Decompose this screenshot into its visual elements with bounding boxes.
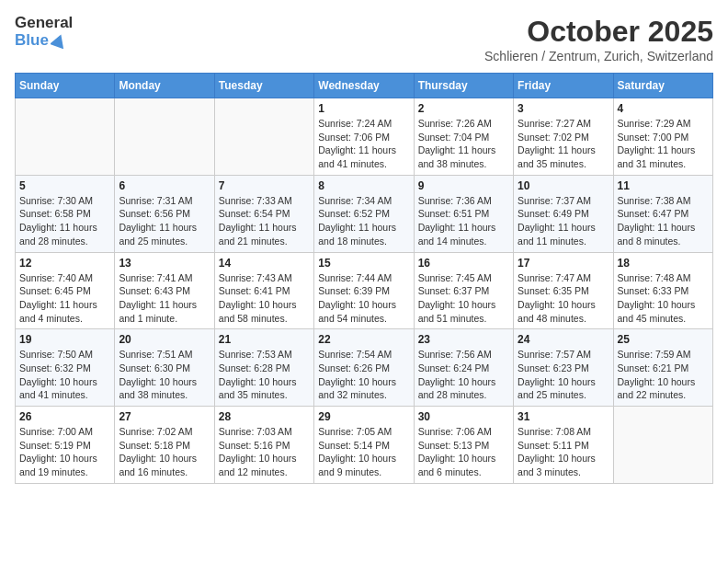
day-number: 19 [19,333,110,346]
calendar-cell: 20Sunrise: 7:51 AMSunset: 6:30 PMDayligh… [115,329,214,407]
calendar-cell: 7Sunrise: 7:33 AMSunset: 6:54 PMDaylight… [214,175,313,252]
day-number: 20 [119,333,210,346]
day-number: 23 [418,333,509,346]
day-number: 17 [518,257,609,270]
calendar-cell: 19Sunrise: 7:50 AMSunset: 6:32 PMDayligh… [16,329,115,407]
calendar-cell [613,407,712,484]
calendar-cell [115,98,214,176]
day-info: Sunrise: 7:41 AMSunset: 6:43 PMDaylight:… [119,271,210,326]
calendar-cell: 2Sunrise: 7:26 AMSunset: 7:04 PMDaylight… [414,98,513,176]
day-number: 3 [518,102,609,115]
day-info: Sunrise: 7:29 AMSunset: 7:00 PMDaylight:… [618,117,709,171]
day-info: Sunrise: 7:59 AMSunset: 6:21 PMDaylight:… [618,348,709,402]
day-number: 16 [418,257,509,270]
calendar-week-row: 1Sunrise: 7:24 AMSunset: 7:06 PMDaylight… [16,98,713,176]
calendar-cell: 14Sunrise: 7:43 AMSunset: 6:41 PMDayligh… [214,252,313,329]
logo-blue: Blue [15,32,73,50]
day-info: Sunrise: 7:03 AMSunset: 5:16 PMDaylight:… [219,425,310,479]
day-info: Sunrise: 7:00 AMSunset: 5:19 PMDaylight:… [19,425,110,479]
calendar-cell: 13Sunrise: 7:41 AMSunset: 6:43 PMDayligh… [115,252,214,329]
day-number: 26 [19,410,110,423]
day-number: 12 [19,257,110,270]
calendar-cell: 23Sunrise: 7:56 AMSunset: 6:24 PMDayligh… [414,329,513,407]
calendar-cell: 12Sunrise: 7:40 AMSunset: 6:45 PMDayligh… [16,252,115,329]
day-number: 5 [19,179,110,192]
calendar-cell [214,98,313,176]
day-number: 9 [418,179,509,192]
day-number: 7 [219,179,310,192]
calendar-cell: 27Sunrise: 7:02 AMSunset: 5:18 PMDayligh… [115,407,214,484]
day-number: 6 [119,179,210,192]
calendar-cell: 5Sunrise: 7:30 AMSunset: 6:58 PMDaylight… [16,175,115,252]
weekday-header-row: SundayMondayTuesdayWednesdayThursdayFrid… [16,74,713,98]
day-info: Sunrise: 7:47 AMSunset: 6:35 PMDaylight:… [518,271,609,326]
calendar-cell: 29Sunrise: 7:05 AMSunset: 5:14 PMDayligh… [314,407,414,484]
day-info: Sunrise: 7:31 AMSunset: 6:56 PMDaylight:… [119,194,210,248]
weekday-header-monday: Monday [115,74,214,98]
day-number: 22 [318,333,409,346]
day-number: 29 [318,410,409,423]
calendar-cell: 17Sunrise: 7:47 AMSunset: 6:35 PMDayligh… [514,252,613,329]
day-number: 24 [518,333,609,346]
day-number: 31 [518,410,609,423]
day-info: Sunrise: 7:40 AMSunset: 6:45 PMDaylight:… [19,271,110,326]
logo: General Blue [15,15,73,49]
calendar-cell: 26Sunrise: 7:00 AMSunset: 5:19 PMDayligh… [16,407,115,484]
day-number: 13 [119,257,210,270]
month-title: October 2025 [484,15,713,49]
page-header: General Blue October 2025 Schlieren / Ze… [15,15,713,63]
day-number: 8 [318,179,409,192]
weekday-header-friday: Friday [514,74,613,98]
day-number: 15 [318,257,409,270]
weekday-header-wednesday: Wednesday [314,74,414,98]
weekday-header-saturday: Saturday [613,74,712,98]
day-number: 27 [119,410,210,423]
day-number: 21 [219,333,310,346]
day-info: Sunrise: 7:26 AMSunset: 7:04 PMDaylight:… [418,117,509,171]
location-title: Schlieren / Zentrum, Zurich, Switzerland [484,49,713,63]
day-info: Sunrise: 7:02 AMSunset: 5:18 PMDaylight:… [119,425,210,479]
day-info: Sunrise: 7:05 AMSunset: 5:14 PMDaylight:… [318,425,409,479]
calendar-cell: 10Sunrise: 7:37 AMSunset: 6:49 PMDayligh… [514,175,613,252]
weekday-header-thursday: Thursday [414,74,513,98]
calendar-cell: 31Sunrise: 7:08 AMSunset: 5:11 PMDayligh… [514,407,613,484]
day-number: 25 [618,333,709,346]
day-info: Sunrise: 7:06 AMSunset: 5:13 PMDaylight:… [418,425,509,479]
day-info: Sunrise: 7:08 AMSunset: 5:11 PMDaylight:… [518,425,609,479]
day-info: Sunrise: 7:53 AMSunset: 6:28 PMDaylight:… [219,348,310,402]
day-number: 11 [618,179,709,192]
day-number: 10 [518,179,609,192]
day-number: 18 [618,257,709,270]
calendar-week-row: 12Sunrise: 7:40 AMSunset: 6:45 PMDayligh… [16,252,713,329]
calendar-cell: 16Sunrise: 7:45 AMSunset: 6:37 PMDayligh… [414,252,513,329]
calendar-cell: 9Sunrise: 7:36 AMSunset: 6:51 PMDaylight… [414,175,513,252]
calendar-cell: 21Sunrise: 7:53 AMSunset: 6:28 PMDayligh… [214,329,313,407]
calendar-cell: 24Sunrise: 7:57 AMSunset: 6:23 PMDayligh… [514,329,613,407]
day-info: Sunrise: 7:43 AMSunset: 6:41 PMDaylight:… [219,271,310,326]
calendar-cell: 1Sunrise: 7:24 AMSunset: 7:06 PMDaylight… [314,98,414,176]
day-info: Sunrise: 7:27 AMSunset: 7:02 PMDaylight:… [518,117,609,171]
day-info: Sunrise: 7:33 AMSunset: 6:54 PMDaylight:… [219,194,310,248]
svg-marker-0 [51,32,67,49]
calendar-week-row: 5Sunrise: 7:30 AMSunset: 6:58 PMDaylight… [16,175,713,252]
day-info: Sunrise: 7:30 AMSunset: 6:58 PMDaylight:… [19,194,110,248]
day-info: Sunrise: 7:51 AMSunset: 6:30 PMDaylight:… [119,348,210,402]
calendar-cell: 22Sunrise: 7:54 AMSunset: 6:26 PMDayligh… [314,329,414,407]
day-info: Sunrise: 7:34 AMSunset: 6:52 PMDaylight:… [318,194,409,248]
calendar-week-row: 19Sunrise: 7:50 AMSunset: 6:32 PMDayligh… [16,329,713,407]
calendar-cell: 18Sunrise: 7:48 AMSunset: 6:33 PMDayligh… [613,252,712,329]
day-number: 1 [318,102,409,115]
day-number: 28 [219,410,310,423]
day-info: Sunrise: 7:44 AMSunset: 6:39 PMDaylight:… [318,271,409,326]
day-info: Sunrise: 7:48 AMSunset: 6:33 PMDaylight:… [618,271,709,326]
calendar-cell: 3Sunrise: 7:27 AMSunset: 7:02 PMDaylight… [514,98,613,176]
calendar-cell: 28Sunrise: 7:03 AMSunset: 5:16 PMDayligh… [214,407,313,484]
calendar-cell: 4Sunrise: 7:29 AMSunset: 7:00 PMDaylight… [613,98,712,176]
calendar-week-row: 26Sunrise: 7:00 AMSunset: 5:19 PMDayligh… [16,407,713,484]
calendar-cell: 8Sunrise: 7:34 AMSunset: 6:52 PMDaylight… [314,175,414,252]
calendar-cell: 25Sunrise: 7:59 AMSunset: 6:21 PMDayligh… [613,329,712,407]
day-info: Sunrise: 7:50 AMSunset: 6:32 PMDaylight:… [19,348,110,402]
weekday-header-tuesday: Tuesday [214,74,313,98]
logo-icon [51,32,67,49]
calendar-cell: 30Sunrise: 7:06 AMSunset: 5:13 PMDayligh… [414,407,513,484]
